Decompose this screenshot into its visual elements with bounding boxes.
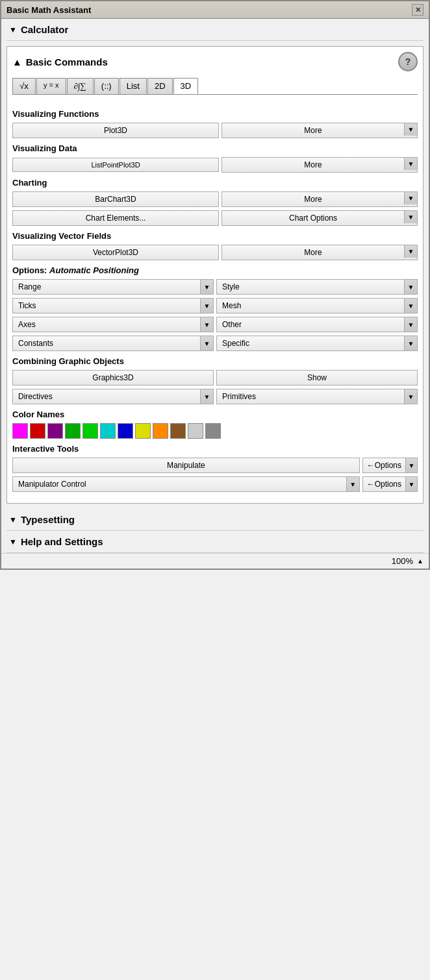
specific-dropdown[interactable]: Specific ▼ [216,336,418,351]
close-button[interactable]: ✕ [412,4,424,16]
vectorplot3d-button[interactable]: VectorPlot3D [12,245,219,260]
typesetting-section-header[interactable]: ▼ Typesetting [1,509,429,530]
combining-title: Combining Graphic Objects [12,356,418,366]
visualizing-functions-title: Visualizing Functions [12,109,418,119]
show-button[interactable]: Show [216,370,418,386]
color-swatch-yellow[interactable] [135,423,151,439]
vector-fields-title: Visualizing Vector Fields [12,231,418,241]
options-row-2: Ticks ▼ Mesh ▼ [12,298,418,313]
other-arrow: ▼ [404,317,417,332]
more-dropdown-1[interactable]: More ▼ [221,123,418,138]
more-dropdown-2-arrow: ▼ [404,158,417,170]
color-swatch-brown[interactable] [170,423,186,439]
basic-commands-arrow: ▲ [12,56,22,67]
chart-elements-button[interactable]: Chart Elements... [12,210,219,226]
color-swatch-lightgray[interactable] [188,423,203,439]
style-dropdown[interactable]: Style ▼ [216,279,418,295]
options-row-4: Constants ▼ Specific ▼ [12,336,418,351]
scroll-up-icon[interactable]: ▲ [417,557,424,565]
color-names-title: Color Names [12,410,418,419]
chart-options-label: Chart Options [222,211,404,225]
more-dropdown-4-label: More [222,245,404,260]
help-button[interactable]: ? [398,52,418,71]
visualizing-data-row: ListPointPlot3D More ▼ [12,157,418,173]
plot3d-button[interactable]: Plot3D [12,123,219,138]
combining-row-1: Graphics3D Show [12,370,418,386]
directives-label: Directives [13,389,200,404]
specific-label: Specific [217,336,404,350]
axes-dropdown[interactable]: Axes ▼ [12,317,214,332]
calculator-section-header[interactable]: ▼ Calculator [1,19,429,40]
ticks-arrow: ▼ [200,299,213,313]
other-label: Other [217,317,404,332]
basic-commands-label: Basic Commands [26,56,108,67]
help-settings-section-header[interactable]: ▼ Help and Settings [1,531,429,552]
basic-commands-panel: ▲ Basic Commands ? √x y = x ∂∫∑ (::) Lis… [6,46,424,504]
color-swatch-red[interactable] [30,423,45,439]
color-swatches [12,423,418,439]
range-arrow: ▼ [200,280,213,294]
chart-options-dropdown[interactable]: Chart Options ▼ [221,210,418,226]
charting-row-1: BarChart3D More ▼ [12,191,418,207]
more-dropdown-2-label: More [222,158,404,172]
divider-1 [6,40,424,41]
range-dropdown[interactable]: Range ▼ [12,279,214,295]
graphics3d-button[interactable]: Graphics3D [12,370,214,386]
color-swatch-gray[interactable] [205,423,221,439]
visualizing-data-title: Visualizing Data [12,143,418,153]
listpointplot3d-button[interactable]: ListPointPlot3D [12,158,219,172]
color-swatch-blue[interactable] [118,423,133,439]
tab-sqrt[interactable]: √x [12,78,36,94]
chart-options-arrow: ▼ [404,211,417,223]
vector-fields-row: VectorPlot3D More ▼ [12,245,418,260]
manipulator-options-dropdown[interactable]: ←Options ▼ [362,476,418,492]
directives-dropdown[interactable]: Directives ▼ [12,389,214,404]
charting-row-2: Chart Elements... Chart Options ▼ [12,210,418,226]
other-dropdown[interactable]: Other ▼ [216,317,418,332]
tab-content-3d: Visualizing Functions Plot3D More ▼ Visu… [12,101,418,498]
constants-arrow: ▼ [200,336,213,350]
ticks-dropdown[interactable]: Ticks ▼ [12,298,214,313]
main-window: Basic Math Assistant ✕ ▼ Calculator ▲ Ba… [0,0,430,570]
more-dropdown-4-arrow: ▼ [404,245,417,258]
more-dropdown-4[interactable]: More ▼ [221,245,418,260]
more-dropdown-2[interactable]: More ▼ [221,157,418,173]
manipulate-row: Manipulate ←Options ▼ [12,458,418,473]
tab-3d[interactable]: 3D [173,78,199,94]
manipulator-control-dropdown[interactable]: Manipulator Control ▼ [12,476,360,492]
help-settings-label: Help and Settings [21,536,103,547]
typesetting-arrow: ▼ [9,515,17,524]
color-swatch-cyan[interactable] [100,423,116,439]
tab-yx[interactable]: y = x [36,78,66,94]
charting-title: Charting [12,178,418,188]
options-title: Options: Automatic Positioning [12,265,418,275]
more-dropdown-3-arrow: ▼ [404,192,417,204]
basic-commands-header: ▲ Basic Commands ? [12,52,418,71]
more-dropdown-3[interactable]: More ▼ [221,191,418,207]
more-dropdown-3-label: More [222,192,404,206]
tab-paren[interactable]: (::) [94,78,119,94]
title-bar: Basic Math Assistant ✕ [1,1,429,19]
specific-arrow: ▼ [404,336,417,350]
manipulator-control-label: Manipulator Control [13,477,346,491]
typesetting-label: Typesetting [21,514,75,525]
color-swatch-purple[interactable] [47,423,63,439]
manipulate-button[interactable]: Manipulate [12,458,360,473]
tab-calc[interactable]: ∂∫∑ [67,78,94,94]
color-swatch-magenta[interactable] [12,423,28,439]
color-swatch-darkgreen[interactable] [65,423,81,439]
help-settings-arrow: ▼ [9,537,17,546]
primitives-arrow: ▼ [404,389,417,404]
primitives-dropdown[interactable]: Primitives ▼ [216,389,418,404]
mesh-dropdown[interactable]: Mesh ▼ [216,298,418,313]
tab-2d[interactable]: 2D [147,78,173,94]
window-title: Basic Math Assistant [6,5,91,15]
manipulate-options-dropdown[interactable]: ←Options ▼ [362,458,418,473]
status-bar: 100% ▲ [1,553,429,569]
options-row-1: Range ▼ Style ▼ [12,279,418,295]
tab-list[interactable]: List [120,78,147,94]
color-swatch-green[interactable] [82,423,98,439]
constants-dropdown[interactable]: Constants ▼ [12,336,214,351]
barchart3d-button[interactable]: BarChart3D [12,191,219,207]
color-swatch-orange[interactable] [153,423,168,439]
